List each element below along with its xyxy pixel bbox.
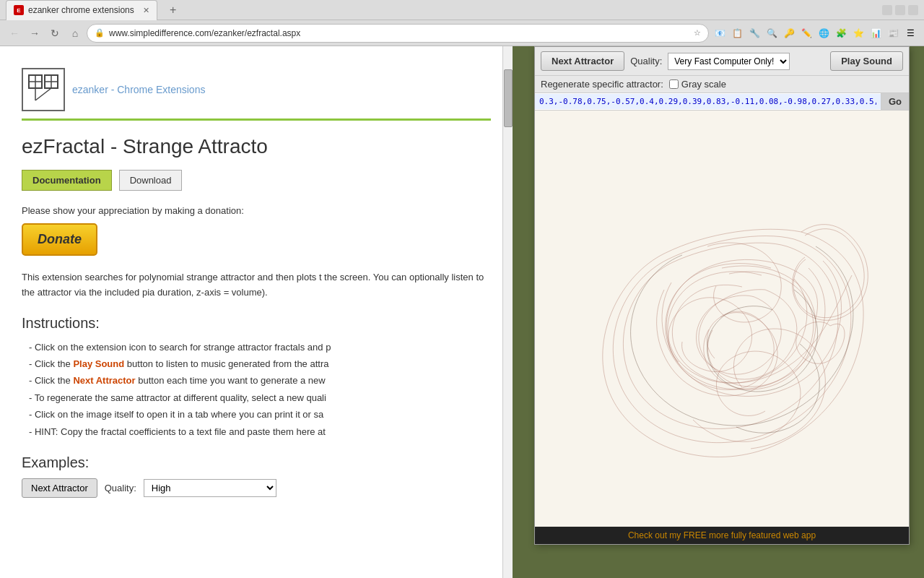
popup-quality-label: Quality: — [630, 56, 662, 66]
popup-grayscale-checkbox[interactable] — [669, 79, 679, 89]
example-controls: Next Attractor Quality: Low Medium High … — [22, 478, 491, 498]
popup-input-row: Go — [535, 93, 909, 111]
header-site-title: ezanker - Chrome Extensions — [72, 84, 205, 95]
instruction-item-6: - HINT: Copy the fractal coefficients to… — [29, 423, 491, 440]
extension-popup: Next Attractor Quality: Low Medium High … — [534, 46, 910, 545]
tab-favicon: E — [14, 5, 24, 15]
ext-icon-12[interactable]: ☰ — [902, 25, 918, 41]
examples-title: Examples: — [22, 454, 491, 471]
popup-regen-row: Regenerate specific attractor: Gray scal… — [535, 76, 909, 93]
page-area: ezanker - Chrome Extensions ezFractal - … — [0, 46, 924, 578]
download-button[interactable]: Download — [119, 170, 183, 191]
new-tab-btn[interactable]: + — [163, 1, 183, 19]
popup-next-attractor-button[interactable]: Next Attractor — [541, 51, 624, 71]
lock-icon: 🔒 — [95, 28, 105, 38]
page-title: ezFractal - Strange Attracto — [22, 135, 491, 158]
maximize-btn[interactable] — [895, 5, 905, 15]
site-logo — [22, 68, 65, 111]
forward-btn[interactable]: → — [26, 25, 43, 42]
popup-quality-select[interactable]: Low Medium High Very High Very Fast Comp… — [668, 53, 790, 70]
nav-bar: ← → ↻ ⌂ 🔒 www.simpledifference.com/ezank… — [0, 20, 924, 46]
browser-frame: E ezanker chrome extensions ✕ + ← → ↻ ⌂ … — [0, 0, 924, 578]
popup-go-button[interactable]: Go — [881, 93, 909, 110]
fractal-image — [549, 145, 895, 492]
instructions-title: Instructions: — [22, 315, 491, 332]
ext-icon-1[interactable]: 📧 — [712, 25, 728, 41]
popup-footer-link[interactable]: Check out my FREE more fully featured we… — [628, 530, 816, 540]
tab-title: ezanker chrome extensions — [28, 5, 134, 15]
instruction-item-5: - Click on the image itself to open it i… — [29, 406, 491, 423]
ext-icon-9[interactable]: ⭐ — [850, 25, 866, 41]
address-bar[interactable]: 🔒 www.simpledifference.com/ezanker/ezfra… — [87, 24, 709, 43]
refresh-btn[interactable]: ↻ — [46, 25, 64, 42]
ext-icon-11[interactable]: 📰 — [885, 25, 901, 41]
donate-button[interactable]: Donate — [22, 223, 97, 256]
bookmark-icon: ☆ — [694, 28, 701, 38]
ext-icon-4[interactable]: 🔍 — [764, 25, 780, 41]
ext-icon-2[interactable]: 📋 — [729, 25, 745, 41]
title-bar: E ezanker chrome extensions ✕ + — [0, 0, 924, 20]
ext-icon-6[interactable]: ✏️ — [798, 25, 814, 41]
description-text: This extension searches for polynomial s… — [22, 270, 491, 301]
example-quality-label: Quality: — [105, 483, 136, 493]
instructions-list: - Click on the extension icon to search … — [22, 339, 491, 440]
popup-play-sound-button[interactable]: Play Sound — [830, 51, 903, 71]
ext-icon-10[interactable]: 📊 — [868, 25, 884, 41]
popup-fractal-display[interactable] — [535, 111, 909, 527]
ext-icon-5[interactable]: 🔑 — [781, 25, 797, 41]
tab-close-btn[interactable]: ✕ — [143, 6, 149, 15]
popup-footer: Check out my FREE more fully featured we… — [535, 527, 909, 544]
donation-text: Please show your appreciation by making … — [22, 205, 491, 216]
action-buttons: Documentation Download — [22, 170, 491, 191]
page-content: ezanker - Chrome Extensions ezFractal - … — [0, 46, 513, 578]
url-text: www.simpledifference.com/ezanker/ezfract… — [109, 28, 689, 38]
instruction-item-2: - Click the Play Sound button to listen … — [29, 355, 491, 372]
example-next-attractor-button[interactable]: Next Attractor — [22, 478, 97, 498]
scrollbar[interactable] — [502, 46, 513, 578]
popup-grayscale-text: Gray scale — [681, 79, 726, 90]
home-btn[interactable]: ⌂ — [66, 25, 84, 42]
example-quality-select[interactable]: Low Medium High Very High Very Fast Comp… — [144, 479, 276, 497]
svg-rect-8 — [549, 145, 895, 492]
close-btn[interactable] — [908, 5, 918, 15]
ext-icon-7[interactable]: 🌐 — [816, 25, 832, 41]
documentation-button[interactable]: Documentation — [22, 170, 112, 191]
popup-grayscale-label: Gray scale — [669, 79, 726, 90]
popup-regen-label: Regenerate specific attractor: — [541, 79, 663, 90]
active-tab[interactable]: E ezanker chrome extensions ✕ — [6, 0, 157, 20]
ext-icon-8[interactable]: 🧩 — [833, 25, 849, 41]
popup-toolbar: Next Attractor Quality: Low Medium High … — [535, 47, 909, 76]
back-btn[interactable]: ← — [6, 25, 23, 42]
scrollbar-thumb[interactable] — [504, 69, 513, 127]
nav-icons: 📧 📋 🔧 🔍 🔑 ✏️ 🌐 🧩 ⭐ 📊 📰 ☰ — [712, 25, 918, 41]
svg-line-7 — [35, 88, 51, 100]
ext-icon-3[interactable]: 🔧 — [746, 25, 762, 41]
instruction-item-1: - Click on the extension icon to search … — [29, 339, 491, 355]
site-header: ezanker - Chrome Extensions — [22, 61, 491, 121]
instruction-item-4: - To regenerate the same attractor at di… — [29, 389, 491, 406]
minimize-btn[interactable] — [882, 5, 892, 15]
instruction-item-3: - Click the Next Attractor button each t… — [29, 372, 491, 389]
popup-coefficient-input[interactable] — [535, 94, 881, 109]
